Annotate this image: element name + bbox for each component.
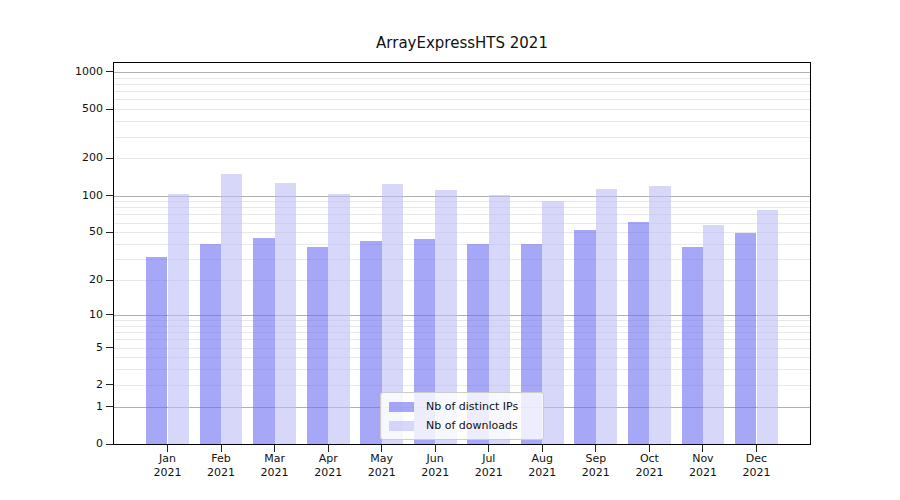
x-tick-mark-feb [221,445,222,452]
x-tick-year: 2021 [355,466,409,480]
x-tick-label-mar: Mar2021 [248,452,302,480]
bar-downloads-oct [649,186,670,444]
bar-distinct-ips-mar [253,238,274,444]
y-tick-mark-500 [106,109,113,110]
bar-downloads-feb [221,174,242,444]
y-tick-mark-50 [106,232,113,233]
bar-downloads-aug [542,201,563,444]
y-tick-mark-1 [106,406,113,407]
x-tick-year: 2021 [569,466,623,480]
x-tick-label-jun: Jun2021 [408,452,462,480]
bar-distinct-ips-sep [574,230,595,444]
gridline-minor-70 [114,214,810,215]
legend-swatch-distinct-ips [389,402,414,412]
bar-distinct-ips-apr [307,247,328,444]
x-tick-year: 2021 [408,466,462,480]
y-tick-mark-20 [106,280,113,281]
y-tick-label-500: 500 [33,102,103,116]
x-tick-label-may: May2021 [355,452,409,480]
x-tick-month: Jun [408,452,462,466]
gridline-minor-90 [114,201,810,202]
x-tick-mark-nov [702,445,703,452]
y-tick-label-10: 10 [33,308,103,322]
y-tick-label-50: 50 [33,225,103,239]
gridline-minor-800 [114,84,810,85]
x-tick-month: Dec [730,452,784,466]
bar-downloads-dec [757,210,778,444]
y-tick-label-20: 20 [33,273,103,287]
x-tick-mark-oct [649,445,650,452]
y-tick-mark-5 [106,347,113,348]
x-tick-label-dec: Dec2021 [730,452,784,480]
x-tick-month: Aug [515,452,569,466]
y-tick-label-100: 100 [33,189,103,203]
x-tick-mark-dec [756,445,757,452]
x-tick-month: Mar [248,452,302,466]
x-tick-mark-apr [328,445,329,452]
x-tick-year: 2021 [622,466,676,480]
gridline-minor-600 [114,99,810,100]
x-tick-label-jan: Jan2021 [141,452,195,480]
x-tick-label-apr: Apr2021 [301,452,355,480]
x-tick-label-oct: Oct2021 [622,452,676,480]
legend-label-distinct-ips: Nb of distinct IPs [426,400,518,413]
bar-distinct-ips-oct [628,222,649,444]
gridline-major-100 [114,196,810,197]
bar-distinct-ips-dec [735,233,756,444]
y-tick-label-2: 2 [33,378,103,392]
plot-area: Nb of distinct IPs Nb of downloads [113,62,811,445]
chart-title: ArrayExpressHTS 2021 [113,34,811,53]
bar-distinct-ips-feb [200,244,221,444]
bar-downloads-nov [703,225,724,444]
x-tick-label-feb: Feb2021 [194,452,248,480]
y-tick-label-5: 5 [33,341,103,355]
gridline-minor-80 [114,207,810,208]
legend-row-downloads: Nb of downloads [389,416,535,435]
y-tick-mark-0 [106,444,113,445]
gridline-minor-300 [114,137,810,138]
x-tick-label-jul: Jul2021 [462,452,516,480]
legend: Nb of distinct IPs Nb of downloads [380,392,544,440]
y-tick-mark-2 [106,384,113,385]
x-tick-month: Sep [569,452,623,466]
gridline-minor-400 [114,121,810,122]
x-tick-year: 2021 [730,466,784,480]
x-tick-year: 2021 [515,466,569,480]
x-tick-mark-aug [542,445,543,452]
x-tick-year: 2021 [141,466,195,480]
gridline-minor-900 [114,78,810,79]
legend-row-distinct-ips: Nb of distinct IPs [389,397,535,416]
x-tick-year: 2021 [194,466,248,480]
x-tick-mark-may [381,445,382,452]
y-tick-label-1000: 1000 [33,65,103,79]
x-tick-month: Oct [622,452,676,466]
bar-distinct-ips-jan [146,257,167,444]
x-tick-mark-jul [488,445,489,452]
gridline-minor-500 [114,109,810,110]
bar-downloads-jan [168,194,189,444]
x-tick-label-aug: Aug2021 [515,452,569,480]
x-tick-month: Jul [462,452,516,466]
x-tick-label-sep: Sep2021 [569,452,623,480]
bar-distinct-ips-may [360,241,381,444]
x-tick-mark-jan [167,445,168,452]
x-tick-month: Nov [676,452,730,466]
gridline-minor-700 [114,91,810,92]
y-tick-mark-200 [106,158,113,159]
gridline-minor-200 [114,158,810,159]
x-tick-mark-sep [595,445,596,452]
x-tick-mark-jun [435,445,436,452]
y-tick-mark-1000 [106,71,113,72]
bar-downloads-sep [596,189,617,445]
x-tick-month: Jan [141,452,195,466]
bar-distinct-ips-nov [682,247,703,444]
y-tick-label-0: 0 [33,437,103,451]
y-tick-mark-100 [106,195,113,196]
gridline-major-1000 [114,72,810,73]
y-tick-label-1: 1 [33,400,103,414]
x-tick-year: 2021 [248,466,302,480]
gridline-minor-60 [114,223,810,224]
legend-swatch-downloads [389,421,414,431]
chart-figure: ArrayExpressHTS 2021 Nb of distinct IPs … [0,0,900,500]
x-tick-year: 2021 [462,466,516,480]
